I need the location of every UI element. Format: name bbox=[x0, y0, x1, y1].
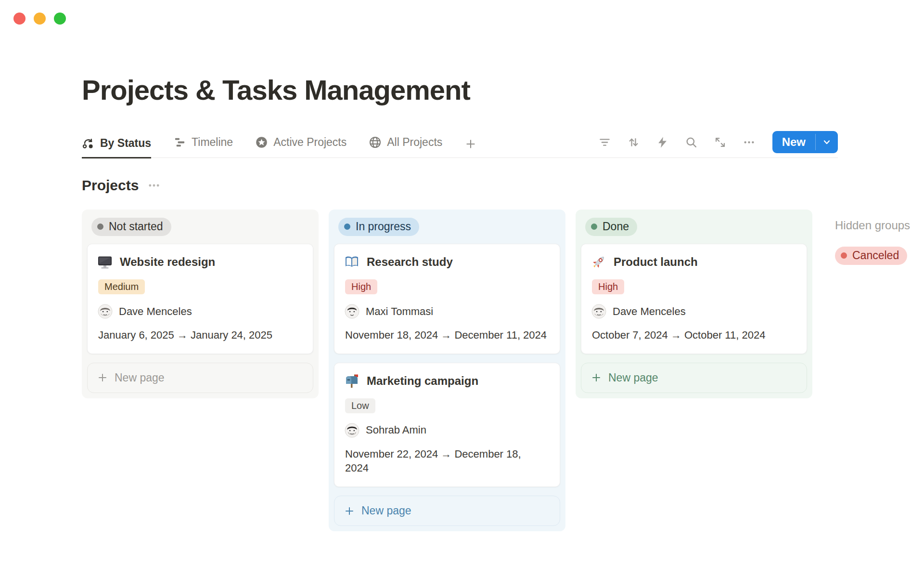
timeline-icon bbox=[173, 136, 186, 149]
column-done: Done Product launch High bbox=[576, 210, 812, 398]
date-range: January 6, 2025 → January 24, 2025 bbox=[98, 328, 303, 342]
star-circle-icon bbox=[255, 136, 268, 149]
new-button[interactable]: New bbox=[772, 131, 815, 153]
date-range: October 7, 2024 → October 11, 2024 bbox=[592, 328, 797, 342]
section-title: Projects bbox=[82, 177, 139, 194]
sort-icon bbox=[627, 136, 640, 149]
new-page-label: New page bbox=[361, 504, 411, 517]
filter-icon bbox=[598, 136, 611, 149]
card-title: Website redesign bbox=[120, 255, 215, 269]
open-book-icon bbox=[344, 254, 359, 270]
plus-icon bbox=[344, 505, 355, 517]
minimize-window-button[interactable] bbox=[34, 13, 46, 25]
tab-active-projects[interactable]: Active Projects bbox=[255, 136, 346, 158]
ellipsis-icon bbox=[147, 179, 161, 192]
ellipsis-icon bbox=[743, 136, 756, 149]
automation-button[interactable] bbox=[655, 135, 670, 150]
new-page-label: New page bbox=[608, 371, 658, 384]
assignee-name: Sohrab Amin bbox=[366, 424, 426, 436]
window-controls bbox=[13, 13, 66, 25]
group-label: Not started bbox=[109, 220, 163, 233]
add-view-button[interactable] bbox=[464, 138, 477, 158]
card-title: Marketing campaign bbox=[367, 374, 478, 388]
lightning-icon bbox=[656, 136, 669, 149]
assignee-row: Dave Menceles bbox=[98, 304, 303, 319]
assignee-row: Maxi Tommasi bbox=[345, 304, 550, 319]
avatar bbox=[98, 304, 113, 319]
new-page-button[interactable]: New page bbox=[87, 363, 313, 393]
card-product-launch[interactable]: Product launch High Dave Menceles Octobe… bbox=[581, 244, 807, 354]
priority-badge: Low bbox=[345, 398, 375, 413]
search-button[interactable] bbox=[684, 135, 699, 150]
sort-button[interactable] bbox=[626, 135, 641, 150]
status-dot bbox=[97, 223, 103, 230]
tab-label: By Status bbox=[100, 137, 151, 150]
tab-label: Active Projects bbox=[273, 136, 346, 149]
tab-label: All Projects bbox=[387, 136, 442, 149]
column-in-progress: In progress Research study High bbox=[329, 210, 565, 531]
tab-timeline[interactable]: Timeline bbox=[173, 136, 233, 158]
new-page-button[interactable]: New page bbox=[581, 363, 807, 393]
assignee-name: Dave Menceles bbox=[613, 305, 686, 318]
hidden-groups-label: Hidden groups bbox=[835, 219, 924, 232]
assignee-row: Sohrab Amin bbox=[345, 423, 550, 438]
priority-badge: Medium bbox=[98, 279, 145, 294]
group-header-done[interactable]: Done bbox=[585, 218, 637, 236]
tab-label: Timeline bbox=[192, 136, 233, 149]
assignee-name: Maxi Tommasi bbox=[366, 305, 433, 318]
tab-by-status[interactable]: By Status bbox=[82, 137, 151, 158]
rocket-icon bbox=[591, 254, 606, 270]
plus-icon bbox=[590, 372, 602, 383]
group-header-in-progress[interactable]: In progress bbox=[338, 218, 419, 236]
filter-button[interactable] bbox=[597, 135, 612, 150]
view-toolbar: New bbox=[597, 131, 838, 158]
priority-badge: High bbox=[592, 279, 624, 294]
kanban-board: Not started Website redesign Medium bbox=[82, 210, 924, 531]
card-title: Product launch bbox=[614, 255, 698, 269]
plus-icon bbox=[97, 372, 108, 383]
expand-button[interactable] bbox=[713, 135, 728, 150]
new-page-button[interactable]: New page bbox=[334, 496, 560, 526]
desktop-computer-icon bbox=[97, 254, 113, 270]
search-icon bbox=[685, 136, 698, 149]
card-marketing-campaign[interactable]: Marketing campaign Low Sohrab Amin Novem… bbox=[334, 363, 560, 487]
globe-icon bbox=[369, 136, 382, 149]
card-title: Research study bbox=[367, 255, 453, 269]
date-range: November 18, 2024 → December 11, 2024 bbox=[345, 328, 550, 342]
group-header-canceled[interactable]: Canceled bbox=[835, 247, 907, 265]
group-label: Canceled bbox=[852, 249, 899, 262]
plus-icon bbox=[464, 138, 477, 150]
avatar bbox=[591, 304, 606, 319]
view-tabbar: By Status Timeline Active Projects bbox=[82, 131, 838, 158]
section-menu-button[interactable] bbox=[147, 179, 161, 192]
assignee-name: Dave Menceles bbox=[119, 305, 192, 318]
mailbox-icon bbox=[344, 373, 359, 389]
status-board-icon bbox=[82, 137, 95, 150]
status-dot bbox=[344, 223, 350, 230]
status-dot bbox=[841, 252, 847, 259]
group-label: Done bbox=[603, 220, 629, 233]
page-content: Projects & Tasks Management By Status Ti… bbox=[0, 0, 924, 531]
more-button[interactable] bbox=[742, 135, 757, 150]
card-research-study[interactable]: Research study High Maxi Tommasi Novembe… bbox=[334, 244, 560, 354]
group-header-not-started[interactable]: Not started bbox=[91, 218, 171, 236]
page-title: Projects & Tasks Management bbox=[82, 72, 924, 108]
new-dropdown-button[interactable] bbox=[816, 131, 838, 153]
priority-badge: High bbox=[345, 279, 377, 294]
zoom-window-button[interactable] bbox=[54, 13, 66, 25]
section-header: Projects bbox=[82, 177, 924, 194]
status-dot bbox=[591, 223, 597, 230]
hidden-groups-section: Hidden groups Canceled bbox=[835, 210, 924, 265]
column-not-started: Not started Website redesign Medium bbox=[82, 210, 319, 398]
chevron-down-icon bbox=[822, 137, 832, 147]
card-website-redesign[interactable]: Website redesign Medium Dave Menceles Ja… bbox=[87, 244, 313, 354]
avatar bbox=[345, 423, 359, 438]
new-page-label: New page bbox=[115, 371, 165, 384]
new-button-group: New bbox=[772, 131, 838, 153]
close-window-button[interactable] bbox=[13, 13, 26, 25]
assignee-row: Dave Menceles bbox=[591, 304, 797, 319]
tab-all-projects[interactable]: All Projects bbox=[369, 136, 442, 158]
expand-icon bbox=[714, 136, 727, 149]
date-range: November 22, 2024 → December 18, 2024 bbox=[345, 447, 530, 475]
group-label: In progress bbox=[356, 220, 411, 233]
